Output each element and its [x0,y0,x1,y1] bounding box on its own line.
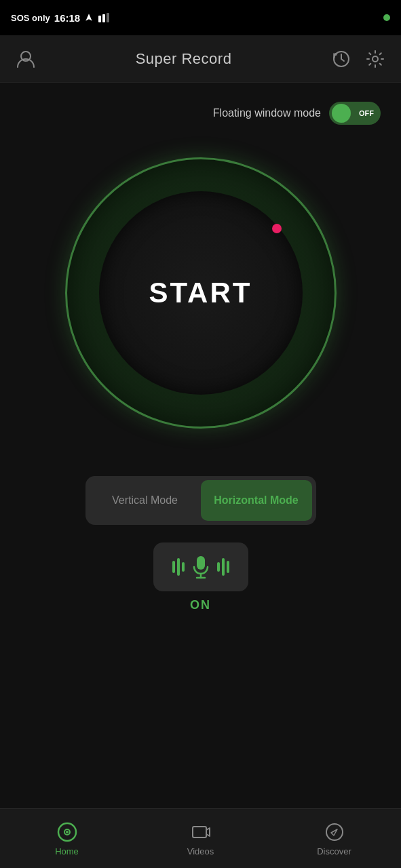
mic-bar [227,561,229,573]
data-icon [98,13,111,22]
header-actions [329,47,387,71]
nav-label-discover: Discover [317,846,351,856]
nav-label-home: Home [55,846,79,856]
recording-indicator-dot [272,224,282,233]
floating-window-row: Floating window mode OFF [0,83,401,137]
mic-bars-left [172,558,185,576]
history-button[interactable] [329,47,354,71]
horizontal-mode-button[interactable]: Horizontal Mode [201,480,312,521]
mode-selector: Vertical Mode Horizontal Mode [85,476,316,525]
navigation-arrow-icon [84,13,94,22]
svg-point-13 [326,824,343,840]
mic-bars-right [217,558,229,576]
gear-icon [365,49,385,69]
person-icon [15,48,37,70]
toggle-state-label: OFF [359,109,374,117]
toggle-knob [332,104,351,123]
content-area: Floating window mode OFF START Vertical … [0,83,401,612]
mic-button[interactable] [153,542,248,591]
svg-point-5 [373,56,378,62]
vertical-mode-label: Vertical Mode [112,494,178,507]
start-button-inner: START [99,191,303,395]
svg-rect-1 [102,14,105,22]
header: Super Record [0,35,401,83]
time-text: 16:18 [54,12,80,24]
start-button-outer[interactable]: START [65,157,337,429]
header-title: Super Record [136,50,232,68]
vertical-mode-button[interactable]: Vertical Mode [90,480,201,521]
profile-button[interactable] [14,47,38,71]
floating-window-toggle[interactable]: OFF [329,102,381,125]
nav-item-home[interactable]: Home [0,821,134,856]
svg-rect-12 [193,827,206,837]
carrier-text: SOS only [11,13,50,23]
status-bar-right [383,14,390,21]
mic-area: ON [153,542,248,612]
bottom-nav: Home Videos Discover [0,808,401,868]
svg-rect-6 [197,556,205,570]
svg-rect-2 [107,13,109,22]
svg-rect-0 [98,16,101,22]
nav-item-videos[interactable]: Videos [134,821,267,856]
mic-bar [182,562,185,572]
svg-point-11 [66,831,69,833]
mic-bar [177,558,180,576]
nav-item-discover[interactable]: Discover [267,821,401,856]
mic-bar [217,562,220,572]
green-dot-indicator [383,14,390,21]
floating-window-label: Floating window mode [213,107,321,119]
videos-icon [190,821,212,843]
history-icon [331,49,351,69]
start-button-area: START [58,151,343,435]
start-label: START [149,277,252,309]
mic-status-label: ON [190,598,211,612]
settings-button[interactable] [363,47,387,71]
discover-icon [324,821,345,843]
microphone-icon [191,555,210,579]
status-bar: SOS only 16:18 [0,0,401,35]
mic-bar [222,558,225,576]
home-icon [56,821,78,843]
horizontal-mode-label: Horizontal Mode [214,494,298,507]
toggle-track: OFF [329,102,381,125]
nav-label-videos: Videos [187,846,214,856]
status-bar-left: SOS only 16:18 [11,12,111,24]
mic-bar [172,561,175,573]
